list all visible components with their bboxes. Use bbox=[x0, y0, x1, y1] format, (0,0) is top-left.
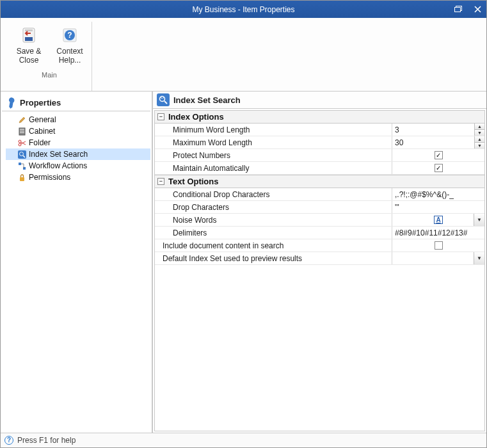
protect-numbers-checkbox[interactable]: ✓ bbox=[435, 151, 443, 159]
sidebar-header: Properties bbox=[2, 94, 150, 111]
spinner[interactable]: ▲▼ bbox=[474, 124, 484, 136]
sidebar-item-general[interactable]: General bbox=[6, 114, 150, 125]
main-panel: Index Set Search − Index Options Minimum… bbox=[152, 92, 486, 433]
noise-words-value: A bbox=[434, 216, 442, 224]
svg-text:?: ? bbox=[67, 31, 72, 40]
save-close-button[interactable]: Save & Close bbox=[11, 22, 47, 68]
row-include-content: Include document content in search bbox=[155, 239, 484, 252]
row-default-index: Default Index Set used to preview result… bbox=[155, 252, 484, 265]
sidebar: Properties General Cabinet Folder Index … bbox=[1, 92, 152, 433]
noise-words-input[interactable]: A ▼ bbox=[392, 214, 484, 226]
row-delimiters: Delimiters #8#9#10#11#12#13# bbox=[155, 227, 484, 239]
min-word-length-input[interactable]: 3 ▲▼ bbox=[392, 124, 484, 136]
svg-rect-4 bbox=[25, 29, 33, 31]
status-text: Press F1 for help bbox=[17, 436, 76, 445]
scissors-icon bbox=[17, 138, 26, 147]
svg-point-18 bbox=[160, 97, 165, 102]
sidebar-item-workflow-actions[interactable]: Workflow Actions bbox=[6, 160, 150, 172]
property-grid: − Index Options Minimum Word Length 3 ▲▼… bbox=[154, 110, 485, 431]
titlebar: My Business - Item Properties bbox=[1, 1, 486, 18]
help-status-icon: ? bbox=[4, 436, 13, 445]
help-icon: ? bbox=[60, 25, 80, 45]
context-help-label: Context Help... bbox=[56, 47, 83, 65]
statusbar: ? Press F1 for help bbox=[1, 433, 486, 447]
include-content-checkbox[interactable] bbox=[435, 241, 443, 250]
maintain-auto-checkbox[interactable]: ✓ bbox=[435, 164, 443, 172]
svg-rect-13 bbox=[18, 150, 26, 159]
workflow-icon bbox=[17, 161, 26, 170]
spinner[interactable]: ▲▼ bbox=[474, 136, 484, 148]
ribbon-group-label: Main bbox=[42, 71, 57, 80]
sidebar-item-cabinet[interactable]: Cabinet bbox=[6, 125, 150, 137]
row-maintain-auto: Maintain Automatically ✓ bbox=[155, 162, 484, 175]
lock-icon bbox=[17, 173, 26, 182]
wrench-icon bbox=[6, 97, 17, 108]
row-drop-chars: Drop Characters ''' bbox=[155, 201, 484, 214]
max-word-length-input[interactable]: 30 ▲▼ bbox=[392, 136, 484, 148]
close-icon[interactable] bbox=[474, 4, 481, 15]
svg-rect-1 bbox=[455, 7, 461, 12]
row-max-word-length: Maximum Word Length 30 ▲▼ bbox=[155, 136, 484, 149]
svg-rect-15 bbox=[19, 163, 21, 165]
save-close-icon bbox=[19, 25, 39, 45]
sidebar-item-index-set-search[interactable]: Index Set Search bbox=[6, 148, 150, 160]
restore-icon[interactable] bbox=[454, 4, 463, 15]
window-title: My Business - Item Properties bbox=[192, 5, 294, 14]
row-protect-numbers: Protect Numbers ✓ bbox=[155, 149, 484, 162]
search-icon bbox=[17, 150, 26, 159]
save-close-label: Save & Close bbox=[17, 47, 42, 65]
delimiters-input[interactable]: #8#9#10#11#12#13# bbox=[392, 227, 484, 239]
sidebar-item-folder[interactable]: Folder bbox=[6, 137, 150, 148]
svg-rect-3 bbox=[25, 37, 33, 41]
default-index-select[interactable]: ▼ bbox=[392, 252, 484, 264]
ribbon: Save & Close ? Context Help... Main bbox=[1, 18, 486, 92]
section-index-options[interactable]: − Index Options bbox=[155, 111, 484, 124]
main-header: Index Set Search bbox=[153, 92, 486, 109]
svg-rect-10 bbox=[20, 131, 24, 133]
drop-chars-input[interactable]: ''' bbox=[392, 201, 484, 213]
cabinet-icon bbox=[17, 127, 26, 136]
pencil-icon bbox=[17, 115, 26, 124]
collapse-icon[interactable]: − bbox=[157, 178, 164, 185]
dropdown-icon[interactable]: ▼ bbox=[474, 214, 484, 226]
context-help-button[interactable]: ? Context Help... bbox=[52, 22, 88, 68]
search-panel-icon bbox=[157, 93, 170, 106]
svg-rect-17 bbox=[20, 177, 24, 181]
row-min-word-length: Minimum Word Length 3 ▲▼ bbox=[155, 124, 484, 136]
cond-drop-input[interactable]: ,.?!;:@#$%^&()-_ bbox=[392, 188, 484, 200]
row-noise-words: Noise Words A ▼ bbox=[155, 214, 484, 227]
dropdown-icon[interactable]: ▼ bbox=[474, 252, 484, 264]
row-cond-drop: Conditional Drop Characters ,.?!;:@#$%^&… bbox=[155, 188, 484, 201]
collapse-icon[interactable]: − bbox=[157, 113, 164, 120]
sidebar-item-permissions[interactable]: Permissions bbox=[6, 172, 150, 183]
section-text-options[interactable]: − Text Options bbox=[155, 175, 484, 188]
svg-rect-9 bbox=[20, 129, 24, 131]
